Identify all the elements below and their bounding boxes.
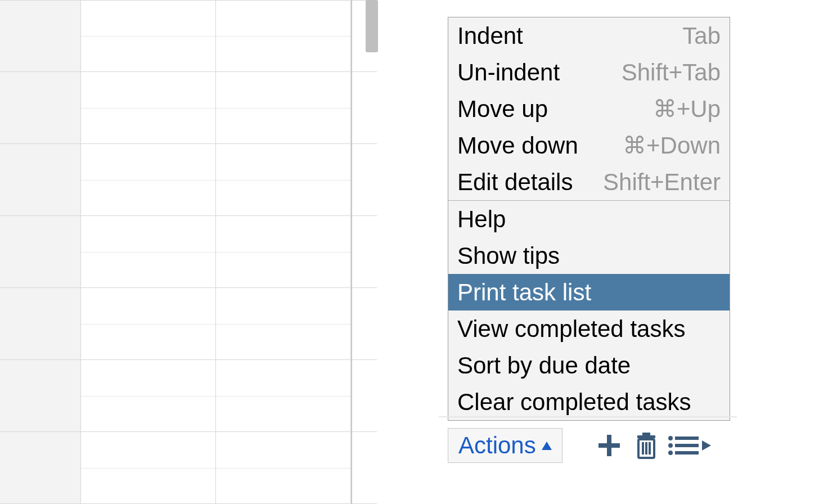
menu-item-view-completed-tasks[interactable]: View completed tasks xyxy=(448,310,730,347)
tasks-toolbar: Actions xyxy=(448,428,714,463)
svg-rect-7 xyxy=(649,442,651,454)
grid-cell[interactable] xyxy=(81,144,216,215)
grid-cell[interactable] xyxy=(216,360,351,431)
tasks-panel-top-border xyxy=(439,416,737,417)
menu-item-help[interactable]: Help xyxy=(448,201,730,237)
grid-row[interactable] xyxy=(0,432,377,504)
grid-cell[interactable] xyxy=(216,144,351,215)
menu-item-label: Sort by due date xyxy=(457,352,631,379)
half-hour-line xyxy=(216,252,350,253)
half-hour-line xyxy=(216,108,350,109)
grid-cell[interactable] xyxy=(216,432,351,503)
svg-marker-14 xyxy=(702,440,711,451)
plus-icon xyxy=(597,434,621,457)
grid-cell[interactable] xyxy=(81,432,216,503)
menu-item-label: Edit details xyxy=(457,169,573,196)
half-hour-line xyxy=(216,468,350,469)
grid-cell[interactable] xyxy=(81,72,216,143)
half-hour-line xyxy=(81,252,215,253)
grid-row[interactable] xyxy=(0,216,377,288)
menu-item-label: Show tips xyxy=(457,242,560,269)
svg-rect-12 xyxy=(675,444,699,447)
menu-item-shortcut: Tab xyxy=(682,22,721,50)
menu-item-clear-completed-tasks[interactable]: Clear completed tasks xyxy=(448,384,730,420)
half-hour-line xyxy=(216,36,350,37)
menu-item-label: Help xyxy=(457,206,506,233)
switch-list-button[interactable] xyxy=(665,428,714,463)
actions-button-label: Actions xyxy=(458,432,536,459)
menu-item-shortcut: Shift+Enter xyxy=(603,169,721,196)
scrollbar-thumb[interactable] xyxy=(366,0,378,52)
chevron-up-icon xyxy=(542,442,552,450)
row-header-cell[interactable] xyxy=(0,144,81,215)
svg-point-9 xyxy=(668,443,673,448)
menu-item-show-tips[interactable]: Show tips xyxy=(448,237,730,274)
menu-item-indent[interactable]: Indent Tab xyxy=(448,17,730,54)
menu-item-shortcut: ⌘+Up xyxy=(653,95,721,123)
svg-point-8 xyxy=(668,436,673,440)
delete-task-button[interactable] xyxy=(628,428,665,463)
svg-rect-13 xyxy=(675,451,699,454)
menu-item-label: Print task list xyxy=(457,279,591,306)
half-hour-line xyxy=(216,180,350,181)
actions-context-menu[interactable]: Indent Tab Un-indent Shift+Tab Move up ⌘… xyxy=(448,17,730,421)
half-hour-line xyxy=(216,396,350,397)
grid-cell[interactable] xyxy=(81,288,216,359)
menu-item-label: Move down xyxy=(457,132,578,159)
row-header-cell[interactable] xyxy=(0,360,81,431)
add-task-button[interactable] xyxy=(591,428,628,463)
half-hour-line xyxy=(81,180,215,181)
svg-rect-6 xyxy=(645,442,647,454)
menu-item-sort-by-due-date[interactable]: Sort by due date xyxy=(448,347,730,384)
grid-cell[interactable] xyxy=(81,1,216,71)
menu-item-shortcut: Shift+Tab xyxy=(622,59,721,86)
actions-button[interactable]: Actions xyxy=(448,428,562,463)
grid-row[interactable] xyxy=(0,72,377,144)
row-header-cell[interactable] xyxy=(0,72,81,143)
grid-row[interactable] xyxy=(0,360,377,432)
row-header-cell[interactable] xyxy=(0,216,81,287)
grid-right-border xyxy=(351,0,352,504)
row-header-cell[interactable] xyxy=(0,1,81,71)
trash-icon xyxy=(634,432,658,459)
svg-point-10 xyxy=(668,451,673,455)
svg-rect-1 xyxy=(598,443,620,448)
grid-cell[interactable] xyxy=(81,216,216,287)
half-hour-line xyxy=(81,36,215,37)
row-header-cell[interactable] xyxy=(0,288,81,359)
list-play-icon xyxy=(667,434,712,457)
menu-item-move-down[interactable]: Move down ⌘+Down xyxy=(448,127,730,164)
half-hour-line xyxy=(81,324,215,325)
menu-item-label: Clear completed tasks xyxy=(457,389,691,416)
svg-rect-2 xyxy=(637,435,655,438)
menu-item-print-task-list[interactable]: Print task list xyxy=(448,274,730,310)
menu-item-unindent[interactable]: Un-indent Shift+Tab xyxy=(448,54,730,91)
menu-item-label: Indent xyxy=(457,22,523,50)
half-hour-line xyxy=(81,396,215,397)
grid-cell[interactable] xyxy=(216,72,351,143)
svg-rect-5 xyxy=(642,442,644,454)
menu-item-move-up[interactable]: Move up ⌘+Up xyxy=(448,91,730,127)
grid-row[interactable] xyxy=(0,0,377,72)
half-hour-line xyxy=(81,108,215,109)
grid-row[interactable] xyxy=(0,144,377,216)
grid-cell[interactable] xyxy=(216,1,351,71)
half-hour-line xyxy=(216,324,350,325)
spreadsheet-grid[interactable] xyxy=(0,0,377,504)
grid-cell[interactable] xyxy=(81,360,216,431)
menu-item-label: View completed tasks xyxy=(457,316,685,343)
svg-rect-3 xyxy=(642,433,650,435)
menu-item-label: Un-indent xyxy=(457,59,560,86)
row-header-cell[interactable] xyxy=(0,432,81,503)
grid-cell[interactable] xyxy=(216,216,351,287)
half-hour-line xyxy=(81,468,215,469)
menu-item-edit-details[interactable]: Edit details Shift+Enter xyxy=(448,164,730,200)
grid-cell[interactable] xyxy=(216,288,351,359)
menu-item-label: Move up xyxy=(457,96,548,123)
menu-item-shortcut: ⌘+Down xyxy=(623,132,721,159)
grid-row[interactable] xyxy=(0,288,377,360)
svg-rect-11 xyxy=(675,436,699,440)
